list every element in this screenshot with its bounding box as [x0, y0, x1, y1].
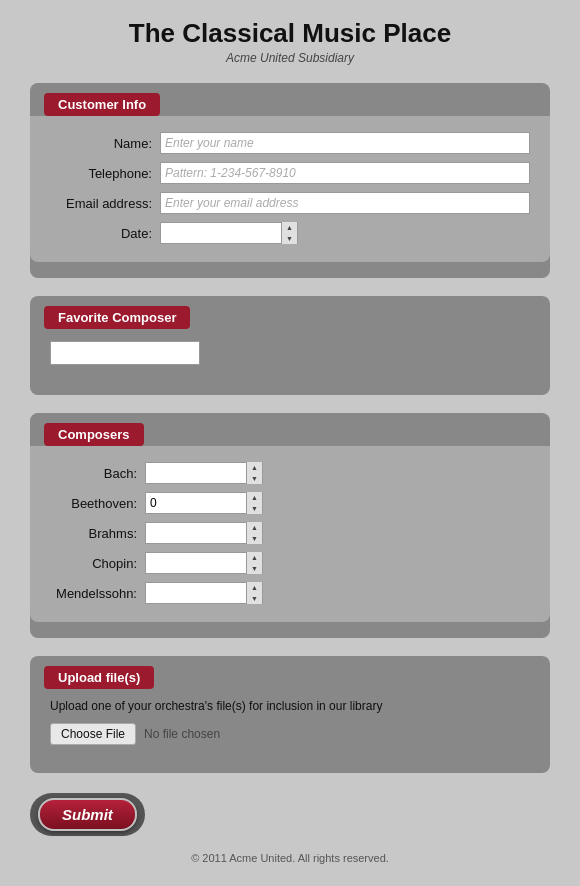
favorite-composer-box [30, 329, 550, 379]
submit-btn-wrap: Submit [30, 793, 145, 836]
brahms-spinner-wrap: ▲ ▼ [145, 522, 263, 544]
bach-label: Bach: [50, 466, 145, 481]
chopin-spinner[interactable]: ▲ ▼ [246, 552, 262, 574]
bach-up-icon[interactable]: ▲ [247, 462, 262, 473]
page-header: The Classical Music Place Acme United Su… [0, 0, 580, 73]
telephone-input[interactable] [160, 162, 530, 184]
email-label: Email address: [50, 196, 160, 211]
upload-box: Upload one of your orchestra's file(s) f… [30, 689, 550, 757]
submit-area: Submit [0, 783, 580, 836]
beethoven-down-icon[interactable]: ▼ [247, 503, 262, 514]
bach-spinner[interactable]: ▲ ▼ [246, 462, 262, 484]
composers-label: Composers [44, 423, 144, 446]
mendelssohn-input[interactable] [146, 583, 246, 603]
date-input-wrap: ▲ ▼ [160, 222, 298, 244]
date-up-icon[interactable]: ▲ [282, 222, 297, 233]
email-input[interactable] [160, 192, 530, 214]
chopin-up-icon[interactable]: ▲ [247, 552, 262, 563]
beethoven-spinner-wrap: ▲ ▼ [145, 492, 263, 514]
date-label: Date: [50, 226, 160, 241]
no-file-text: No file chosen [144, 727, 220, 741]
mendelssohn-row: Mendelssohn: ▲ ▼ [50, 582, 530, 604]
brahms-spinner[interactable]: ▲ ▼ [246, 522, 262, 544]
bach-spinner-wrap: ▲ ▼ [145, 462, 263, 484]
brahms-input[interactable] [146, 523, 246, 543]
chopin-down-icon[interactable]: ▼ [247, 563, 262, 574]
footer-text: © 2011 Acme United. All rights reserved. [191, 852, 389, 864]
beethoven-label: Beethoven: [50, 496, 145, 511]
beethoven-up-icon[interactable]: ▲ [247, 492, 262, 503]
telephone-label: Telephone: [50, 166, 160, 181]
favorite-composer-section: Favorite Composer [30, 296, 550, 395]
bach-row: Bach: ▲ ▼ [50, 462, 530, 484]
date-row: Date: ▲ ▼ [50, 222, 530, 244]
chopin-row: Chopin: ▲ ▼ [50, 552, 530, 574]
beethoven-input[interactable] [146, 493, 246, 513]
mendelssohn-spinner[interactable]: ▲ ▼ [246, 582, 262, 604]
telephone-row: Telephone: [50, 162, 530, 184]
mendelssohn-label: Mendelssohn: [50, 586, 145, 601]
customer-info-label: Customer Info [44, 93, 160, 116]
upload-label: Upload file(s) [44, 666, 154, 689]
date-input[interactable] [161, 223, 281, 243]
bach-input[interactable] [146, 463, 246, 483]
beethoven-row: Beethoven: ▲ ▼ [50, 492, 530, 514]
mendelssohn-up-icon[interactable]: ▲ [247, 582, 262, 593]
bach-down-icon[interactable]: ▼ [247, 473, 262, 484]
upload-description: Upload one of your orchestra's file(s) f… [50, 699, 530, 713]
name-input[interactable] [160, 132, 530, 154]
composers-section: Composers Bach: ▲ ▼ Beethoven: ▲ [30, 413, 550, 638]
name-row: Name: [50, 132, 530, 154]
date-down-icon[interactable]: ▼ [282, 233, 297, 244]
mendelssohn-spinner-wrap: ▲ ▼ [145, 582, 263, 604]
customer-info-inner: Name: Telephone: Email address: Date: ▲ … [30, 116, 550, 262]
upload-section: Upload file(s) Upload one of your orches… [30, 656, 550, 773]
brahms-up-icon[interactable]: ▲ [247, 522, 262, 533]
main-content: Customer Info Name: Telephone: Email add… [0, 73, 580, 783]
composers-inner: Bach: ▲ ▼ Beethoven: ▲ ▼ [30, 446, 550, 622]
page-title: The Classical Music Place [0, 18, 580, 49]
chopin-spinner-wrap: ▲ ▼ [145, 552, 263, 574]
footer: © 2011 Acme United. All rights reserved. [0, 836, 580, 874]
brahms-label: Brahms: [50, 526, 145, 541]
choose-file-button[interactable]: Choose File [50, 723, 136, 745]
mendelssohn-down-icon[interactable]: ▼ [247, 593, 262, 604]
name-label: Name: [50, 136, 160, 151]
chopin-input[interactable] [146, 553, 246, 573]
chopin-label: Chopin: [50, 556, 145, 571]
beethoven-spinner[interactable]: ▲ ▼ [246, 492, 262, 514]
customer-info-section: Customer Info Name: Telephone: Email add… [30, 83, 550, 278]
submit-button[interactable]: Submit [38, 798, 137, 831]
page-subtitle: Acme United Subsidiary [0, 51, 580, 65]
upload-row: Choose File No file chosen [50, 723, 530, 745]
favorite-composer-label: Favorite Composer [44, 306, 190, 329]
date-spinner[interactable]: ▲ ▼ [281, 222, 297, 244]
brahms-row: Brahms: ▲ ▼ [50, 522, 530, 544]
email-row: Email address: [50, 192, 530, 214]
brahms-down-icon[interactable]: ▼ [247, 533, 262, 544]
favorite-composer-input[interactable] [50, 341, 200, 365]
